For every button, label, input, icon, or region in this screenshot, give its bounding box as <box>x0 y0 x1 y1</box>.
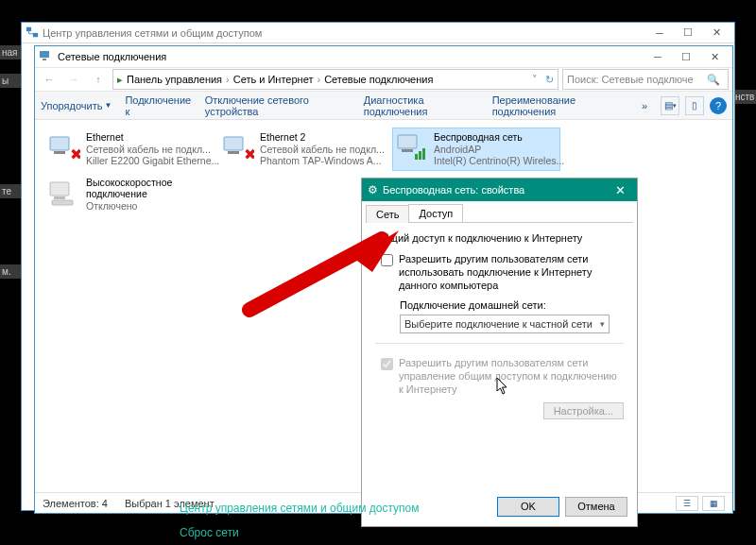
search-icon: 🔍 <box>707 74 720 86</box>
maximize-button[interactable]: ☐ <box>674 25 702 42</box>
connection-status: Отключено <box>86 200 209 213</box>
refresh-icon[interactable]: ↻ <box>545 74 554 86</box>
control-panel-icon: ▸ <box>117 74 123 86</box>
address-bar-row: ← → ↑ ▸ Панель управления › Сеть и Интер… <box>35 67 732 92</box>
svg-rect-14 <box>422 148 425 160</box>
connection-status: Сетевой кабель не подкл... <box>260 144 385 156</box>
explorer-titlebar[interactable]: Сетевые подключения ─ ☐ ✕ <box>35 46 732 67</box>
close-button[interactable]: ✕ <box>702 25 730 42</box>
svg-rect-3 <box>43 59 46 60</box>
properties-title: Беспроводная сеть: свойства <box>383 184 609 196</box>
ethernet-icon: ✖ <box>48 131 80 163</box>
close-button[interactable]: ✕ <box>700 48 729 65</box>
network-icon: ⚙ <box>368 183 378 196</box>
allow-other-users-row: Разрешить другим пользователям сети испо… <box>381 253 624 292</box>
network-connections-icon <box>39 48 54 65</box>
maximize-button[interactable]: ☐ <box>672 48 700 65</box>
allow-control-label: Разрешить другим пользователям сети упра… <box>399 357 624 396</box>
connection-item-ethernet[interactable]: ✖ Ethernet Сетевой кабель не подкл... Ki… <box>44 128 213 171</box>
forward-button[interactable]: → <box>63 69 84 90</box>
breadcrumb-part[interactable]: Панель управления <box>127 74 222 85</box>
svg-rect-8 <box>228 151 239 154</box>
connection-name: Беспроводная сеть <box>434 131 564 144</box>
tab-sharing[interactable]: Доступ <box>408 204 463 222</box>
bg-fragment: ы <box>0 74 21 88</box>
disable-device-button[interactable]: Отключение сетевого устройства <box>205 94 351 117</box>
chevron-down-icon: ▾ <box>600 319 605 329</box>
svg-rect-11 <box>402 149 413 152</box>
explorer-title: Сетевые подключения <box>58 51 644 62</box>
view-details-button[interactable]: ☰ <box>676 496 698 511</box>
breadcrumb-part[interactable]: Сетевые подключения <box>324 74 433 85</box>
svg-rect-5 <box>54 151 65 154</box>
outer-title: Центр управления сетями и общим доступом <box>43 27 645 39</box>
connection-device: Phantom TAP-Windows A... <box>260 155 385 167</box>
back-button[interactable]: ← <box>39 69 60 90</box>
svg-rect-17 <box>52 200 73 205</box>
ok-button[interactable]: OK <box>497 497 559 517</box>
dropdown-icon[interactable]: ˅ <box>532 74 538 86</box>
status-count: Элементов: 4 <box>43 498 108 509</box>
more-commands[interactable]: » <box>642 100 647 111</box>
properties-titlebar[interactable]: ⚙ Беспроводная сеть: свойства ✕ <box>362 179 637 201</box>
connection-item-ethernet2[interactable]: ✖ Ethernet 2 Сетевой кабель не подкл... … <box>218 128 387 171</box>
connection-name: Ethernet 2 <box>260 131 385 144</box>
bg-fragment: м. <box>0 264 21 279</box>
view-large-button[interactable]: ▦ <box>702 496 725 511</box>
svg-rect-13 <box>419 151 421 160</box>
connection-item-broadband[interactable]: Высокоскоростное подключение Отключено <box>44 173 213 216</box>
close-button[interactable]: ✕ <box>609 183 631 197</box>
breadcrumb-sep: › <box>226 74 230 85</box>
network-icon <box>26 26 39 41</box>
link-network-reset[interactable]: Сброс сети <box>180 526 420 539</box>
home-connection-select[interactable]: Выберите подключение к частной сети ▾ <box>400 315 610 333</box>
connection-name: Высокоскоростное подключение <box>86 177 209 200</box>
connect-to-button[interactable]: Подключение к <box>125 94 191 117</box>
connection-item-wireless[interactable]: Беспроводная сеть AndroidAP Intel(R) Cen… <box>392 128 560 171</box>
up-button[interactable]: ↑ <box>88 69 109 90</box>
connection-name: Ethernet <box>86 131 219 144</box>
preview-pane-button[interactable]: ▯ <box>685 96 704 115</box>
view-dropdown[interactable]: ▤▾ <box>661 96 679 115</box>
tab-network[interactable]: Сеть <box>366 205 409 223</box>
breadcrumb-part[interactable]: Сеть и Интернет <box>233 74 314 85</box>
bottom-links: Центр управления сетями и общим доступом… <box>180 502 420 539</box>
ethernet-icon: ✖ <box>222 131 254 163</box>
connection-device: Intel(R) Centrino(R) Wireles... <box>434 155 564 167</box>
svg-rect-10 <box>398 135 417 148</box>
svg-rect-16 <box>54 196 65 199</box>
svg-rect-4 <box>50 137 69 150</box>
bg-fragment: те <box>0 184 21 198</box>
link-network-sharing-center[interactable]: Центр управления сетями и общим доступом <box>180 502 420 515</box>
ics-section-title: Общий доступ к подключению к Интернету <box>375 232 624 244</box>
connection-status: Сетевой кабель не подкл... <box>86 144 219 156</box>
wireless-icon <box>396 131 428 163</box>
search-input[interactable]: Поиск: Сетевые подключе 🔍 <box>562 69 729 90</box>
cancel-button[interactable]: Отмена <box>565 497 627 517</box>
svg-rect-0 <box>26 26 31 30</box>
outer-titlebar[interactable]: Центр управления сетями и общим доступом… <box>22 23 734 43</box>
svg-rect-15 <box>50 182 69 196</box>
help-button[interactable]: ? <box>710 97 727 114</box>
address-bar[interactable]: ▸ Панель управления › Сеть и Интернет › … <box>112 69 558 90</box>
organize-menu[interactable]: Упорядочить▼ <box>41 100 112 111</box>
broadband-icon <box>48 177 80 209</box>
allow-control-checkbox <box>381 358 393 370</box>
diagnose-button[interactable]: Диагностика подключения <box>364 94 479 117</box>
minimize-button[interactable]: ─ <box>644 48 672 65</box>
tab-strip: Сеть Доступ <box>362 201 637 222</box>
minimize-button[interactable]: ─ <box>645 25 674 42</box>
allow-other-users-checkbox[interactable] <box>381 254 393 266</box>
search-placeholder: Поиск: Сетевые подключе <box>567 74 707 85</box>
rename-button[interactable]: Переименование подключения <box>492 94 628 117</box>
bg-fragment: нств <box>733 90 756 104</box>
divider <box>375 343 624 344</box>
svg-text:✖: ✖ <box>244 146 254 162</box>
home-connection-group: Подключение домашней сети: Выберите подк… <box>400 299 624 333</box>
svg-text:✖: ✖ <box>70 146 80 162</box>
wireless-properties-dialog: ⚙ Беспроводная сеть: свойства ✕ Сеть Дос… <box>361 178 638 527</box>
svg-rect-12 <box>415 154 418 160</box>
allow-other-users-label: Разрешить другим пользователям сети испо… <box>399 253 624 292</box>
home-connection-label: Подключение домашней сети: <box>400 299 624 311</box>
breadcrumb-sep: › <box>317 74 320 85</box>
